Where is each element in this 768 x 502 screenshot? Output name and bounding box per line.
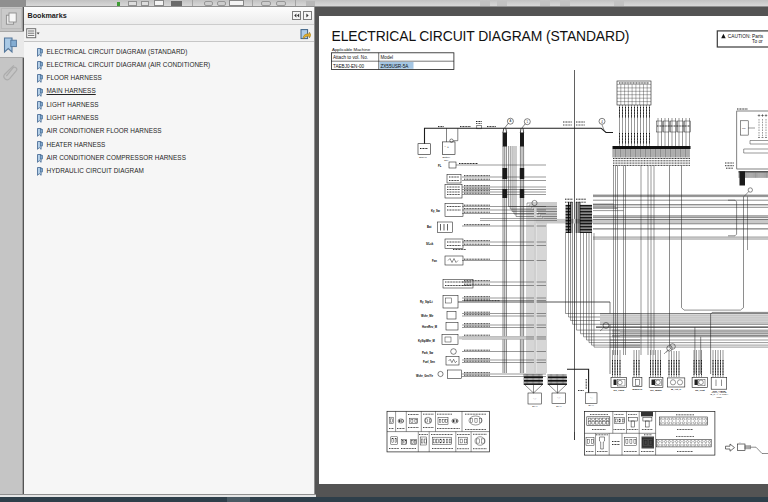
svg-text:·∷·: ·∷· xyxy=(557,397,561,400)
svg-text:A: A xyxy=(510,119,512,123)
svg-text:HornRev_M: HornRev_M xyxy=(422,325,438,329)
svg-text:Fan: Fan xyxy=(432,259,437,263)
svg-text:Model: Model xyxy=(381,55,394,60)
svg-text:Ky_Sw: Ky_Sw xyxy=(431,209,441,213)
svg-text:TAEBJ0-EN-00: TAEBJ0-EN-00 xyxy=(333,64,365,69)
svg-text:·∷·: ·∷· xyxy=(533,398,537,401)
svg-text:FL: FL xyxy=(438,164,442,168)
svg-text:Applicable Machine: Applicable Machine xyxy=(332,47,371,52)
svg-text:Ex-H: Ex-H xyxy=(532,405,537,407)
svg-text:12V: 12V xyxy=(444,159,449,162)
svg-text:4: 4 xyxy=(601,120,603,124)
svg-text:ELECTRICAL CIRCUIT DIAGRAM (ST: ELECTRICAL CIRCUIT DIAGRAM (STANDARD) xyxy=(332,28,630,44)
svg-text:Ex-H: Ex-H xyxy=(556,405,561,407)
svg-text:(Twn): (Twn) xyxy=(716,396,722,398)
svg-text:Wshr_Mtr: Wshr_Mtr xyxy=(421,314,433,318)
svg-text:Attach to vol. No.: Attach to vol. No. xyxy=(333,55,368,60)
svg-text:WshrLvl: WshrLvl xyxy=(632,388,642,391)
svg-text:M_Art_P: M_Art_P xyxy=(671,388,681,391)
svg-text:Ex-H: Ex-H xyxy=(588,404,593,406)
svg-text:− +: − + xyxy=(444,145,449,149)
svg-text:Fuel_Sen: Fuel_Sen xyxy=(423,360,435,364)
svg-text:Bat: Bat xyxy=(427,225,431,229)
svg-text:ZX55USR-5A: ZX55USR-5A xyxy=(381,64,410,69)
svg-text:A: A xyxy=(739,441,741,443)
svg-text:S/Lck: S/Lck xyxy=(426,242,434,246)
svg-text:Start M: Start M xyxy=(419,156,427,159)
svg-text:·∷: ·∷ xyxy=(590,397,593,400)
svg-text:Wshr_Grn/Ye: Wshr_Grn/Ye xyxy=(416,374,433,378)
svg-text:Park_Sw: Park_Sw xyxy=(422,351,434,355)
svg-text:Ry_Horn: Ry_Horn xyxy=(614,389,625,392)
svg-text:CAUTION: Parts: CAUTION: Parts xyxy=(728,34,764,39)
svg-text:Ry_Stp/Lt: Ry_Stp/Lt xyxy=(420,300,433,304)
svg-text:UW: UW xyxy=(742,127,747,129)
svg-text:Ry_Wiper: Ry_Wiper xyxy=(650,389,662,392)
svg-text:Ry_Frnt: Ry_Frnt xyxy=(695,389,705,392)
svg-text:1: 1 xyxy=(527,120,529,124)
svg-text:To or: To or xyxy=(752,39,763,44)
svg-text:KyStpWhr_M: KyStpWhr_M xyxy=(418,339,435,343)
